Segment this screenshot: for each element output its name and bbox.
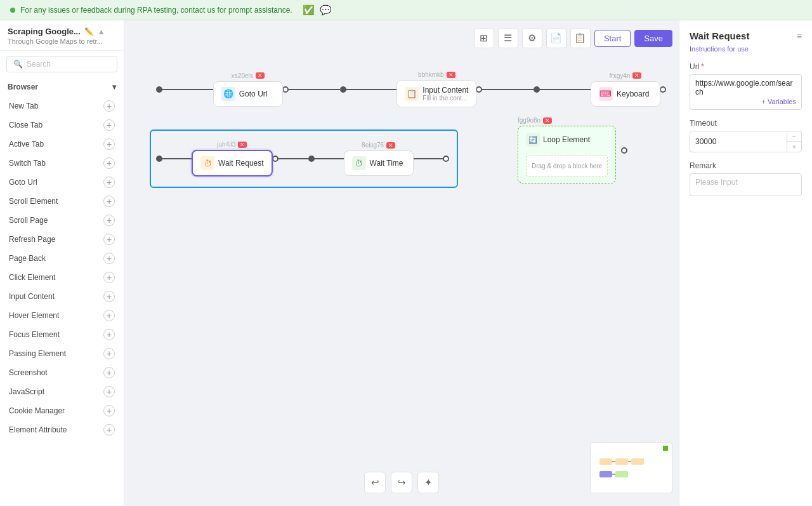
conn-dot	[476, 86, 482, 93]
goto-url-label: Goto Url	[239, 90, 268, 98]
timeout-increment[interactable]: +	[787, 142, 801, 152]
project-name: Scraping Google...	[8, 27, 81, 36]
add-icon: +	[103, 367, 115, 378]
node-wait-time-wrapper: 8eisg76 ✕ ⏱ Wait Time	[344, 142, 414, 176]
mini-canvas-svg	[593, 446, 669, 490]
notif-text: For any issues or feedback during RPA te…	[20, 6, 292, 15]
node-input-delete[interactable]: ✕	[447, 72, 455, 78]
sidebar-item-focus-element[interactable]: Focus Element +	[6, 325, 117, 344]
node-loop-element[interactable]: 🔄 Loop Element Drag & drop a block here	[518, 126, 616, 183]
sidebar-item-goto-url[interactable]: Goto Url +	[6, 173, 117, 192]
node-input-id: bbhkmkb	[418, 71, 444, 78]
sidebar-item-input-content[interactable]: Input Content +	[6, 287, 117, 306]
copy-button[interactable]: 📋	[570, 28, 591, 48]
wait-request-label: Wait Request	[218, 159, 264, 168]
start-button[interactable]: Start	[594, 30, 631, 47]
mini-canvas-preview	[590, 443, 672, 493]
sidebar-item-switch-tab[interactable]: Switch Tab +	[6, 154, 117, 173]
variables-link[interactable]: + Variables	[695, 98, 796, 105]
input-icon: 📋	[405, 87, 419, 101]
node-wait-request[interactable]: ⏱ Wait Request	[192, 150, 273, 176]
sidebar-item-scroll-element[interactable]: Scroll Element +	[6, 192, 117, 211]
sidebar-item-element-attribute[interactable]: Element Attribute +	[6, 420, 117, 439]
sidebar-item-hover-element[interactable]: Hover Element +	[6, 306, 117, 325]
node-wait-time-delete[interactable]: ✕	[386, 142, 395, 149]
keyboard-label: Keyboard	[617, 90, 649, 98]
search-icon: 🔍	[13, 60, 23, 69]
node-wait-time[interactable]: ⏱ Wait Time	[344, 150, 414, 176]
connector-line	[162, 158, 192, 159]
star-button[interactable]: ✦	[417, 472, 439, 493]
sidebar-item-click-element[interactable]: Click Element +	[6, 268, 117, 287]
redo-button[interactable]: ↪	[391, 472, 412, 493]
input-content-sublabel: Fill in the cont...	[422, 95, 468, 102]
node-input-content[interactable]: 📋 Input Content Fill in the cont...	[396, 80, 476, 107]
connector-line	[162, 89, 213, 90]
remark-field: Remark Please Input	[690, 161, 802, 196]
add-icon: +	[103, 196, 115, 207]
browser-section-header[interactable]: Browser ▾	[6, 77, 117, 97]
connector-line	[482, 89, 534, 90]
add-icon: +	[103, 119, 115, 131]
sidebar-item-new-tab[interactable]: New Tab +	[6, 97, 117, 116]
panel-header: Wait Request ≡	[690, 30, 802, 41]
keyboard-icon: ⌨	[599, 87, 613, 101]
node-wait-request-wrapper: juh4il3 ✕ ⏱ Wait Request	[192, 141, 273, 176]
panel-menu-icon[interactable]: ≡	[797, 31, 802, 41]
add-icon: +	[103, 138, 115, 150]
add-icon: +	[103, 291, 115, 302]
verified-icon: ✅	[303, 4, 315, 16]
list-view-button[interactable]: ☰	[498, 28, 518, 48]
instructions-link[interactable]: Instructions for use	[690, 45, 749, 53]
node-wait-time-id: 8eisg76	[362, 142, 384, 149]
wait-time-icon: ⏱	[352, 156, 366, 170]
sidebar-item-screenshot[interactable]: Screenshot +	[6, 363, 117, 382]
right-panel: Wait Request ≡ Instructions for use Url …	[679, 20, 812, 506]
collapse-icon[interactable]: ▲	[98, 27, 105, 36]
loop-label: Loop Element	[543, 135, 590, 144]
flow-row-2-container: juh4il3 ✕ ⏱ Wait Request	[150, 130, 666, 188]
panel-title: Wait Request	[690, 30, 749, 41]
grid-view-button[interactable]: ⊞	[474, 28, 494, 48]
sidebar-item-javascript[interactable]: JavaScript +	[6, 382, 117, 401]
sidebar-item-refresh-page[interactable]: Refresh Page +	[6, 230, 117, 249]
node-keyboard-id: frxgy4n	[610, 72, 631, 79]
node-goto-url-delete[interactable]: ✕	[256, 72, 265, 79]
notif-dot	[10, 8, 15, 13]
save-button[interactable]: Save	[634, 30, 672, 47]
sidebar-item-passing-element[interactable]: Passing Element +	[6, 344, 117, 363]
sidebar-item-cookie-manager[interactable]: Cookie Manager +	[6, 401, 117, 420]
search-box[interactable]: 🔍 Search	[6, 56, 117, 72]
loop-drop-zone: Drag & drop a block here	[526, 156, 608, 176]
globe-icon: 🌐	[221, 87, 235, 101]
url-value: https://www.google.com/search	[695, 79, 796, 97]
node-keyboard-delete[interactable]: ✕	[632, 72, 641, 79]
remark-label: Remark	[690, 161, 716, 170]
sidebar-item-close-tab[interactable]: Close Tab +	[6, 116, 117, 135]
node-keyboard[interactable]: ⌨ Keyboard	[591, 81, 660, 107]
export-button[interactable]: 📄	[546, 28, 566, 48]
node-goto-url[interactable]: 🌐 Goto Url	[213, 81, 283, 107]
undo-button[interactable]: ↩	[364, 472, 386, 493]
timeout-controls: − +	[787, 131, 801, 152]
sidebar-item-page-back[interactable]: Page Back +	[6, 249, 117, 268]
connector-line	[278, 158, 308, 159]
timeout-value: 30000	[690, 133, 787, 150]
node-keyboard-wrapper: frxgy4n ✕ ⌨ Keyboard	[591, 72, 660, 107]
url-input[interactable]: https://www.google.com/search + Variable…	[690, 74, 802, 110]
node-wait-request-delete[interactable]: ✕	[238, 142, 247, 148]
browser-section: Browser ▾ New Tab + Close Tab + Active T…	[0, 77, 124, 439]
sidebar-item-scroll-page[interactable]: Scroll Page +	[6, 211, 117, 230]
settings-button[interactable]: ⚙	[522, 28, 542, 48]
edit-icon[interactable]: ✏️	[84, 27, 94, 36]
timeout-input[interactable]: 30000 − +	[690, 131, 802, 152]
node-wait-request-id: juh4il3	[217, 141, 235, 148]
node-goto-url-id: xs20els	[232, 72, 253, 79]
loop-node-delete[interactable]: ✕	[543, 117, 552, 124]
main-canvas[interactable]: ⊞ ☰ ⚙ 📄 📋 Start Save xs20els ✕	[124, 20, 679, 506]
remark-input[interactable]: Please Input	[690, 173, 802, 196]
chevron-down-icon: ▾	[112, 83, 116, 91]
timeout-decrement[interactable]: −	[787, 131, 801, 142]
sidebar-item-active-tab[interactable]: Active Tab +	[6, 135, 117, 154]
add-icon: +	[103, 424, 115, 436]
